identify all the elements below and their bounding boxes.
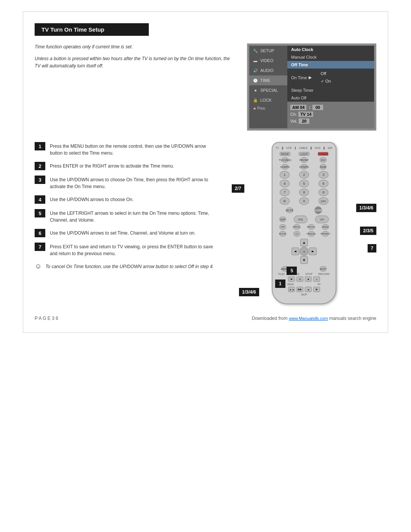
- dpad-center[interactable]: ●: [299, 247, 309, 256]
- mode-btn[interactable]: MODE: [280, 152, 290, 156]
- num-minus[interactable]: ⊖: [280, 197, 290, 205]
- badge-1346-bottom: 1/3/4/6: [239, 288, 259, 296]
- menu-auto-off[interactable]: Auto Off: [287, 94, 374, 102]
- tvvideo-btn[interactable]: TV/VIDEO: [282, 157, 288, 163]
- num-5[interactable]: 5: [299, 180, 309, 187]
- remote-wrapper: TV VCR CABLE DVD SAT MODE LIGHT: [232, 142, 376, 304]
- step-1-text: Press the MENU button on the remote cont…: [50, 142, 217, 157]
- menu-auto-clock[interactable]: Auto Clock: [287, 46, 374, 53]
- dvi-btn[interactable]: DVI: [320, 157, 327, 163]
- menu-time-label: TIME: [260, 78, 270, 83]
- dpad-down[interactable]: ▼: [300, 256, 308, 264]
- freeze-btn[interactable]: FREEZE: [308, 231, 315, 236]
- footer-prefix: Downloaded from: [252, 316, 287, 321]
- steps-list: 1 Press the MENU button on the remote co…: [35, 142, 217, 304]
- on-option[interactable]: On: [317, 78, 335, 85]
- spacer: [300, 266, 308, 272]
- step-6-number: 6: [35, 229, 45, 237]
- swap-btn[interactable]: SWAP: [322, 224, 329, 230]
- pipch-minus-btn[interactable]: PIPCH-: [293, 224, 300, 230]
- vol-btn[interactable]: VOL: [294, 216, 307, 223]
- sap-btn[interactable]: SAP: [279, 217, 286, 222]
- page-number: P A G E 3 6: [35, 316, 58, 321]
- menu-setup-label: SETUP: [260, 48, 274, 53]
- num-6[interactable]: 6: [319, 180, 328, 187]
- step-2-text: Press ENTER or the RIGHT arrow to activa…: [50, 162, 174, 169]
- dpad-left[interactable]: ◄: [292, 248, 299, 255]
- volume-field-row: Vol. 20: [290, 118, 371, 124]
- rew-btn[interactable]: ◄◄: [288, 287, 295, 292]
- surf-btn[interactable]: SURF: [314, 206, 322, 214]
- pip-row: PIP PIPCH- PIPCH+ SWAP: [276, 224, 333, 230]
- play-btn[interactable]: ▶: [288, 276, 295, 282]
- note-text: To cancel On Time function, use the UP/D…: [45, 262, 213, 270]
- footer-suffix: manuals search engine: [329, 316, 376, 321]
- num-3[interactable]: 3: [319, 171, 328, 179]
- menu-video[interactable]: ▬ VIDEO: [249, 56, 287, 66]
- menu-right-items: Auto Clock Manual Clock Off Time On Time…: [287, 46, 374, 102]
- special-icon: ★: [252, 87, 258, 93]
- num-0[interactable]: 0: [299, 197, 309, 205]
- volume-field: 20: [299, 118, 309, 124]
- step-3: 3 Use the UP/DOWN arrows to choose On Ti…: [35, 176, 217, 190]
- pipch-plus-btn[interactable]: PIPCH+: [308, 224, 315, 230]
- menu-setup[interactable]: 🔧 SETUP: [249, 46, 287, 56]
- menu-lock[interactable]: 🔒 LOCK: [249, 95, 287, 105]
- dpad-right[interactable]: ►: [309, 248, 317, 255]
- dpad-up[interactable]: ▲: [300, 239, 308, 246]
- record-btn[interactable]: ●: [313, 276, 320, 282]
- exit-btn[interactable]: EXIT: [320, 266, 327, 272]
- pip-btn[interactable]: PIP: [279, 224, 286, 230]
- num-2[interactable]: 2: [299, 171, 309, 179]
- menu-sleep-timer[interactable]: Sleep Timer: [287, 86, 374, 94]
- ff-btn[interactable]: ▶▶: [296, 287, 303, 292]
- ch-btn[interactable]: CH: [315, 216, 329, 223]
- menu-audio[interactable]: 🔊 AUDIO: [249, 66, 287, 75]
- front-btn[interactable]: FRONT: [301, 157, 307, 163]
- menu-on-time[interactable]: On Time ▶ Off On: [287, 69, 374, 86]
- prev-row[interactable]: ◄ Prev.: [249, 105, 287, 112]
- off-option[interactable]: Off: [317, 70, 335, 77]
- comp1-btn[interactable]: COMP1: [282, 164, 288, 169]
- play-label: PLAY: [279, 273, 285, 275]
- light-btn[interactable]: LIGHT: [299, 152, 309, 156]
- stop-btn[interactable]: ■: [305, 276, 312, 282]
- step-6: 6 Use the UP/DOWN arrows to set Time, Ch…: [35, 229, 217, 237]
- sat-label: SAT: [328, 147, 333, 150]
- step-5: 5 Use the LEFT/RIGHT arrows to select in…: [35, 209, 217, 224]
- menu-left-nav: 🔧 SETUP ▬ VIDEO 🔊 AUDIO 🕐 TIME: [249, 46, 287, 128]
- ratio-btn[interactable]: RATIO: [279, 231, 286, 236]
- rgb-btn[interactable]: RGB: [320, 164, 327, 169]
- menu-time[interactable]: 🕐 TIME: [249, 75, 287, 85]
- numpad: 1 2 3 4 5 6 7 8 9 ⊖ 0 100+: [276, 171, 333, 205]
- num-100[interactable]: 100+: [319, 197, 328, 205]
- next-frame-btn[interactable]: ▶: [313, 287, 320, 292]
- footer-link[interactable]: www.Manualslib.com: [289, 316, 328, 321]
- pip-imut-btn[interactable]: PIP/IMUT: [322, 231, 329, 236]
- tv-menu: 🔧 SETUP ▬ VIDEO 🔊 AUDIO 🕐 TIME: [247, 43, 376, 131]
- channel-field-row: Ch. TV 14: [290, 112, 371, 117]
- cable-label: CABLE: [299, 147, 307, 150]
- power-btn[interactable]: POWER: [318, 152, 328, 156]
- mute-btn[interactable]: MUTE: [286, 208, 293, 213]
- transport-labels-row: PLAY PAUSE STOP RECORD: [276, 273, 333, 275]
- menu-manual-clock[interactable]: Manual Clock: [287, 53, 374, 61]
- num-4[interactable]: 4: [280, 180, 290, 187]
- num-9[interactable]: 9: [319, 189, 328, 196]
- comp2-btn[interactable]: COMP2: [301, 164, 307, 169]
- badge-7-right-container: 7: [368, 244, 376, 252]
- badge-5: 5: [287, 267, 297, 275]
- menu-special[interactable]: ★ SPECIAL: [249, 85, 287, 95]
- menu-right-panel: Auto Clock Manual Clock Off Time On Time…: [287, 46, 374, 128]
- footer-text: Downloaded from www.Manualslib.com manua…: [252, 316, 376, 321]
- instruction-note1: Time function operates only if current t…: [35, 43, 236, 51]
- num-7[interactable]: 7: [280, 189, 290, 196]
- step-5-number: 5: [35, 209, 45, 217]
- num-1[interactable]: 1: [280, 171, 290, 179]
- prev-frame-btn[interactable]: ◄: [305, 287, 312, 292]
- cc-btn[interactable]: CC: [293, 231, 300, 236]
- pause-btn[interactable]: ⏸: [296, 276, 303, 282]
- step-1-number: 1: [35, 142, 45, 150]
- num-8[interactable]: 8: [299, 189, 309, 196]
- menu-off-time[interactable]: Off Time: [287, 61, 374, 69]
